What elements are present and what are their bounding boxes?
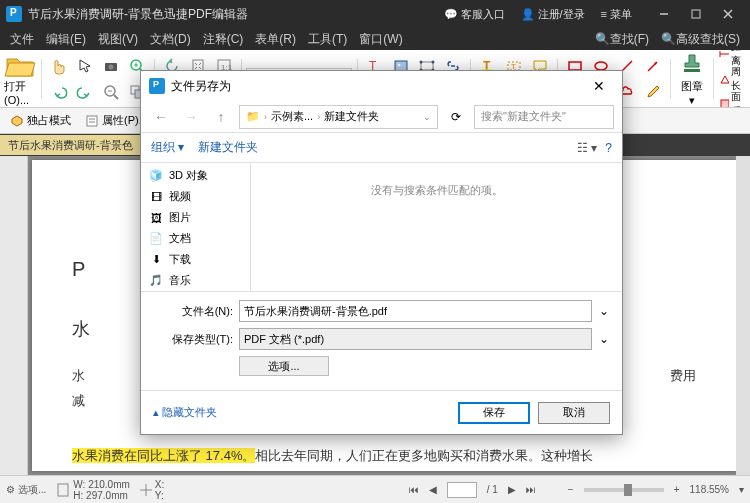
save-as-dialog: 文件另存为 ✕ ← → ↑ 📁 › 示例素... › 新建文件夹 ⌄ ⟳ 搜索"… xyxy=(140,70,623,435)
menu-tool[interactable]: 工具(T) xyxy=(302,31,353,48)
advanced-find-button[interactable]: 🔍高级查找(S) xyxy=(655,31,746,48)
login-button[interactable]: 👤注册/登录 xyxy=(513,0,593,28)
folder-icon: 🖼 xyxy=(149,211,163,225)
nav-up-button[interactable]: ↑ xyxy=(209,105,233,129)
dialog-sidebar: 🧊3D 对象🎞视频🖼图片📄文档⬇下载🎵音乐🖥桌面💽系统 (C:)💽软件 (D:) xyxy=(141,163,251,291)
crumb-item[interactable]: 示例素... xyxy=(271,109,313,124)
sidebar-item-label: 文档 xyxy=(169,231,191,246)
redo-icon[interactable] xyxy=(73,80,97,104)
menu-view[interactable]: 视图(V) xyxy=(92,31,144,48)
zoom-slider[interactable] xyxy=(584,488,664,492)
sidebar-item-label: 图片 xyxy=(169,210,191,225)
filetype-select[interactable] xyxy=(239,328,592,350)
first-page-button[interactable]: ⏮ xyxy=(409,484,419,495)
highlighted-text: 水果消费在同比上涨了 17.4%。 xyxy=(72,448,255,463)
organize-button[interactable]: 组织 ▾ xyxy=(151,139,184,156)
options-button[interactable]: 选项... xyxy=(239,356,329,376)
save-button[interactable]: 保存 xyxy=(458,402,530,424)
page-input[interactable] xyxy=(447,482,477,498)
arrow-shape-icon[interactable] xyxy=(641,54,665,78)
empty-message: 没有与搜索条件匹配的项。 xyxy=(371,183,503,198)
zoom-dropdown-status[interactable]: ▾ xyxy=(739,484,744,495)
stamp-button[interactable]: 图章▾ xyxy=(676,51,708,107)
cancel-button[interactable]: 取消 xyxy=(538,402,610,424)
status-options[interactable]: ⚙ 选项... xyxy=(6,483,46,497)
filename-input[interactable] xyxy=(239,300,592,322)
filename-dropdown[interactable]: ⌄ xyxy=(598,304,610,318)
menu-file[interactable]: 文件 xyxy=(4,31,40,48)
zoom-out-status[interactable]: − xyxy=(568,484,574,495)
svg-line-11 xyxy=(114,95,118,99)
titlebar: 节后水果消费调研-背景色迅捷PDF编辑器 💬客服入口 👤注册/登录 ≡菜单 xyxy=(0,0,750,28)
filename-label: 文件名(N): xyxy=(153,304,233,319)
menu-document[interactable]: 文档(D) xyxy=(144,31,197,48)
search-input[interactable]: 搜索"新建文件夹" xyxy=(474,105,614,129)
sidebar-item[interactable]: 🧊3D 对象 xyxy=(141,165,250,186)
view-button[interactable]: ☷ ▾ xyxy=(577,141,597,155)
sidebar-item[interactable]: 🎞视频 xyxy=(141,186,250,207)
open-button[interactable]: 打开(O)... xyxy=(4,51,36,106)
doc-text: 相比去年同期，人们正在更多地购买和消费水果。这种增长 xyxy=(255,448,593,463)
sidebar-item-label: 视频 xyxy=(169,189,191,204)
sidebar-item-label: 3D 对象 xyxy=(169,168,208,183)
vertical-scrollbar[interactable] xyxy=(736,156,750,475)
crumb-item[interactable]: 新建文件夹 xyxy=(324,109,379,124)
distance-tool[interactable]: 距离 xyxy=(718,50,746,66)
filetype-dropdown[interactable]: ⌄ xyxy=(598,332,610,346)
area-tool[interactable]: 面积 xyxy=(718,92,746,109)
svg-rect-57 xyxy=(87,116,97,126)
menu-comment[interactable]: 注释(C) xyxy=(197,31,250,48)
new-folder-button[interactable]: 新建文件夹 xyxy=(198,139,258,156)
last-page-button[interactable]: ⏭ xyxy=(526,484,536,495)
hide-folders-toggle[interactable]: ▴ 隐藏文件夹 xyxy=(153,405,217,420)
sidebar-item[interactable]: ⬇下载 xyxy=(141,249,250,270)
perimeter-tool[interactable]: 周长 xyxy=(718,67,746,91)
help-button[interactable]: ? xyxy=(605,141,612,155)
document-tab[interactable]: 节后水果消费调研-背景色 × xyxy=(0,135,153,155)
close-button[interactable] xyxy=(712,0,744,28)
menu-window[interactable]: 窗口(W) xyxy=(353,31,408,48)
svg-rect-52 xyxy=(684,69,700,72)
page-size: W: 210.0mmH: 297.0mm xyxy=(56,479,130,501)
menu-edit[interactable]: 编辑(E) xyxy=(40,31,92,48)
hand-tool-icon[interactable] xyxy=(47,54,71,78)
doc-line: 水果消费在同比上涨了 17.4%。相比去年同期，人们正在更多地购买和消费水果。这… xyxy=(72,444,696,469)
dialog-file-list[interactable]: 没有与搜索条件匹配的项。 xyxy=(251,163,622,291)
tab-label: 节后水果消费调研-背景色 xyxy=(8,138,133,153)
service-button[interactable]: 💬客服入口 xyxy=(436,0,513,28)
svg-point-49 xyxy=(595,62,607,70)
refresh-button[interactable]: ⟳ xyxy=(444,110,468,124)
minimize-button[interactable] xyxy=(648,0,680,28)
pencil-icon[interactable] xyxy=(641,80,665,104)
svg-point-25 xyxy=(420,60,423,63)
exclusive-mode-button[interactable]: 独占模式 xyxy=(6,111,75,130)
breadcrumb[interactable]: 📁 › 示例素... › 新建文件夹 ⌄ xyxy=(239,105,438,129)
svg-rect-56 xyxy=(721,100,729,108)
menu-button[interactable]: ≡菜单 xyxy=(593,0,640,28)
select-tool-icon[interactable] xyxy=(73,54,97,78)
svg-rect-24 xyxy=(421,62,433,70)
sidebar-item[interactable]: 🎵音乐 xyxy=(141,270,250,291)
side-panel-strip[interactable] xyxy=(0,156,28,475)
snapshot-tool-icon[interactable] xyxy=(99,54,123,78)
sidebar-item[interactable]: 🖼图片 xyxy=(141,207,250,228)
dialog-toolbar: 组织 ▾ 新建文件夹 ☷ ▾ ? xyxy=(141,133,622,163)
svg-point-26 xyxy=(432,60,435,63)
nav-back-button[interactable]: ← xyxy=(149,105,173,129)
svg-rect-60 xyxy=(58,484,68,496)
undo-icon[interactable] xyxy=(47,80,71,104)
zoom-in-status[interactable]: + xyxy=(674,484,680,495)
nav-forward-button[interactable]: → xyxy=(179,105,203,129)
maximize-button[interactable] xyxy=(680,0,712,28)
next-page-button[interactable]: ▶ xyxy=(508,484,516,495)
find-button[interactable]: 🔍查找(F) xyxy=(589,31,655,48)
menu-form[interactable]: 表单(R) xyxy=(249,31,302,48)
sidebar-item[interactable]: 📄文档 xyxy=(141,228,250,249)
svg-rect-22 xyxy=(395,61,407,71)
dialog-close-button[interactable]: ✕ xyxy=(584,72,614,100)
zoom-value: 118.55% xyxy=(690,484,729,495)
prev-page-button[interactable]: ◀ xyxy=(429,484,437,495)
menubar: 文件 编辑(E) 视图(V) 文档(D) 注释(C) 表单(R) 工具(T) 窗… xyxy=(0,28,750,50)
zoom-out-tool-icon[interactable] xyxy=(99,80,123,104)
page-total: / 1 xyxy=(487,484,498,495)
